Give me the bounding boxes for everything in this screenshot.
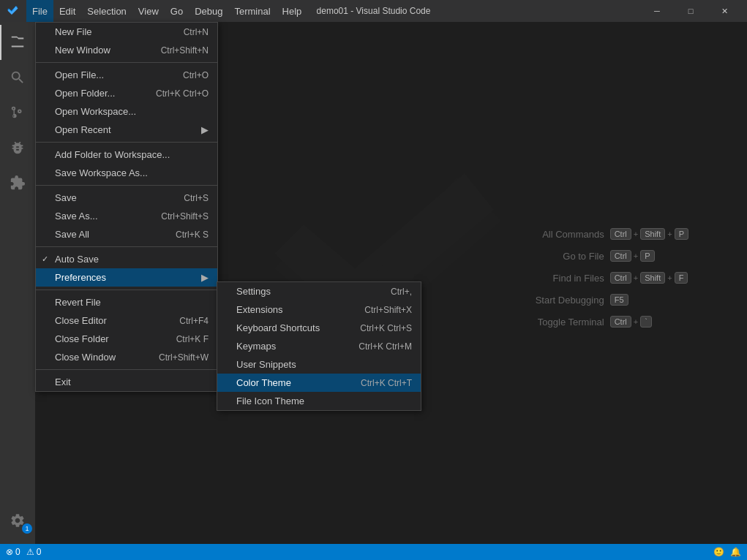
maximize-button[interactable]: □ [674, 0, 707, 22]
sep5 [36, 290, 217, 290]
settings-badge: 1 [22, 523, 32, 534]
menu-open-workspace[interactable]: Open Workspace... [36, 102, 217, 121]
menu-close-editor[interactable]: Close Editor Ctrl+F4 [36, 311, 217, 330]
menu-debug[interactable]: Debug [189, 0, 228, 22]
menu-open-recent[interactable]: Open Recent ▶ [36, 121, 217, 139]
color-theme-shortcut: Ctrl+K Ctrl+T [346, 378, 412, 388]
shortcut-go-to-file: Go to File Ctrl + P [487, 250, 688, 262]
minimize-button[interactable]: ─ [640, 0, 674, 22]
preferences-submenu[interactable]: Settings Ctrl+, Extensions Ctrl+Shift+X … [217, 281, 421, 411]
file-icon-theme-label: File Icon Theme [236, 396, 304, 406]
user-snippets-label: User Snippets [236, 359, 296, 370]
menu-terminal[interactable]: Terminal [228, 0, 276, 22]
error-count: 0 [15, 547, 20, 557]
menu-exit[interactable]: Exit [36, 373, 217, 391]
color-theme-label: Color Theme [236, 377, 291, 388]
keymaps-shortcut: Ctrl+K Ctrl+M [344, 341, 412, 352]
settings-label: Settings [236, 286, 271, 297]
menu-add-folder[interactable]: Add Folder to Workspace... [36, 145, 217, 164]
keyboard-shortcuts-label: Keyboard Shortcuts [236, 322, 320, 333]
status-bar-right: 🙂 🔔 [713, 547, 741, 557]
open-file-shortcut: Ctrl+O [168, 70, 209, 80]
extensions-shortcut: Ctrl+Shift+X [350, 305, 412, 315]
error-indicator[interactable]: ⊗ 0 [6, 547, 20, 557]
status-bar: ⊗ 0 ⚠ 0 🙂 🔔 [0, 544, 747, 560]
prefs-settings[interactable]: Settings Ctrl+, [217, 282, 421, 300]
menu-view[interactable]: View [132, 0, 165, 22]
close-folder-shortcut: Ctrl+K F [162, 334, 209, 344]
save-shortcut: Ctrl+S [169, 193, 209, 203]
menu-close-window[interactable]: Close Window Ctrl+Shift+W [36, 348, 217, 366]
preferences-label: Preferences [55, 272, 106, 283]
menu-edit[interactable]: Edit [53, 0, 81, 22]
menu-go[interactable]: Go [165, 0, 189, 22]
error-icon: ⊗ [6, 547, 13, 557]
activity-search[interactable] [0, 60, 35, 95]
shortcut-toggle-terminal-keys: Ctrl + ` [610, 316, 652, 328]
shortcut-toggle-terminal: Toggle Terminal Ctrl + ` [487, 316, 688, 328]
menu-open-file[interactable]: Open File... Ctrl+O [36, 66, 217, 84]
shortcut-start-debugging: Start Debugging F5 [487, 294, 688, 306]
shortcut-all-commands-keys: Ctrl + Shift + P [610, 228, 688, 240]
sep3 [36, 185, 217, 186]
auto-save-label: Auto Save [55, 254, 99, 265]
sep4 [36, 246, 217, 247]
menu-close-folder[interactable]: Close Folder Ctrl+K F [36, 330, 217, 348]
sep2 [36, 142, 217, 143]
open-recent-arrow: ▶ [201, 124, 209, 135]
menu-open-folder[interactable]: Open Folder... Ctrl+K Ctrl+O [36, 84, 217, 102]
revert-file-label: Revert File [55, 297, 101, 308]
activity-settings[interactable]: 1 [0, 503, 35, 538]
prefs-keymaps[interactable]: Keymaps Ctrl+K Ctrl+M [217, 337, 421, 355]
prefs-keyboard-shortcuts[interactable]: Keyboard Shortcuts Ctrl+K Ctrl+S [217, 319, 421, 337]
activity-bottom: 1 [0, 503, 35, 544]
extensions-label: Extensions [236, 304, 283, 315]
menu-revert-file[interactable]: Revert File [36, 293, 217, 311]
close-window-label: Close Window [55, 352, 116, 363]
save-all-label: Save All [55, 229, 89, 240]
keyboard-shortcuts-shortcut: Ctrl+K Ctrl+S [345, 323, 412, 333]
menu-new-window[interactable]: New Window Ctrl+Shift+N [36, 41, 217, 59]
close-window-shortcut: Ctrl+Shift+W [144, 352, 209, 363]
close-folder-label: Close Folder [55, 333, 109, 344]
activity-source-control[interactable] [0, 95, 35, 130]
smiley-icon[interactable]: 🙂 [713, 547, 724, 557]
save-label: Save [55, 192, 77, 203]
activity-extensions[interactable] [0, 165, 35, 200]
shortcut-go-to-file-keys: Ctrl + P [610, 250, 655, 262]
shortcut-find-in-files-label: Find in Files [487, 273, 604, 284]
menu-file[interactable]: File [26, 0, 53, 22]
save-as-label: Save As... [55, 211, 98, 222]
close-editor-label: Close Editor [55, 315, 107, 326]
sep1 [36, 62, 217, 63]
menu-help[interactable]: Help [277, 0, 308, 22]
menu-save-workspace-as[interactable]: Save Workspace As... [36, 164, 217, 182]
preferences-arrow: ▶ [201, 272, 209, 283]
close-editor-shortcut: Ctrl+F4 [165, 316, 209, 326]
menu-selection[interactable]: Selection [81, 0, 132, 22]
bell-icon[interactable]: 🔔 [730, 547, 741, 557]
shortcut-find-in-files-keys: Ctrl + Shift + F [610, 272, 688, 284]
activity-debug[interactable] [0, 130, 35, 165]
save-as-shortcut: Ctrl+Shift+S [146, 211, 209, 222]
activity-explorer[interactable] [0, 25, 35, 60]
menu-preferences[interactable]: Preferences ▶ [36, 268, 217, 287]
prefs-user-snippets[interactable]: User Snippets [217, 355, 421, 374]
file-menu[interactable]: New File Ctrl+N New Window Ctrl+Shift+N … [35, 22, 218, 392]
add-folder-label: Add Folder to Workspace... [55, 149, 170, 160]
menu-new-file[interactable]: New File Ctrl+N [36, 23, 217, 41]
auto-save-check: ✓ [42, 254, 48, 264]
menu-save-as[interactable]: Save As... Ctrl+Shift+S [36, 207, 217, 225]
menu-save-all[interactable]: Save All Ctrl+K S [36, 225, 217, 243]
prefs-extensions[interactable]: Extensions Ctrl+Shift+X [217, 300, 421, 319]
menu-bar: File Edit Selection View Go Debug Termin… [26, 0, 307, 22]
menu-auto-save[interactable]: ✓ Auto Save [36, 250, 217, 268]
close-button[interactable]: ✕ [707, 0, 741, 22]
app-icon [6, 4, 20, 18]
open-folder-label: Open Folder... [55, 88, 115, 99]
prefs-color-theme[interactable]: Color Theme Ctrl+K Ctrl+T [217, 374, 421, 392]
warning-indicator[interactable]: ⚠ 0 [26, 547, 42, 557]
prefs-file-icon-theme[interactable]: File Icon Theme [217, 392, 421, 410]
menu-save[interactable]: Save Ctrl+S [36, 189, 217, 207]
activity-bar: 1 [0, 22, 35, 544]
